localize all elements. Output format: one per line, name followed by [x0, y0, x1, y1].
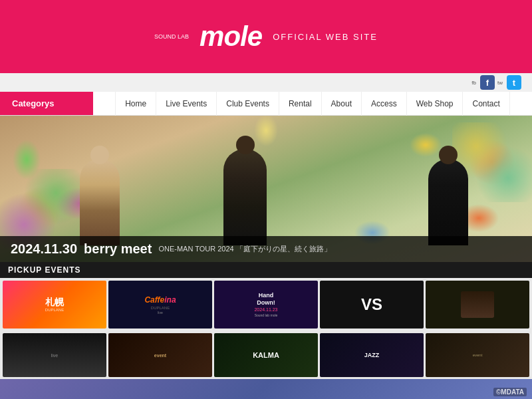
pickup-event-5[interactable]: [426, 281, 529, 329]
event5-visual: [461, 291, 494, 318]
nav-access[interactable]: Access: [362, 92, 407, 116]
mole-logo: mole: [200, 21, 262, 53]
nav-contact[interactable]: Contact: [463, 92, 509, 116]
vs-thumb: VS: [320, 281, 424, 329]
facebook-icon[interactable]: f: [480, 75, 495, 90]
logo-container: Sound Lab mole OFFICIAL WEB SITE: [154, 21, 378, 53]
banner-date: 2024.11.30: [11, 241, 77, 257]
nav-home[interactable]: Home: [115, 92, 156, 116]
page-wrapper: Sound Lab mole OFFICIAL WEB SITE fb f tw…: [0, 0, 532, 399]
handdown-title: HandDown!: [257, 292, 275, 307]
head-center: [236, 136, 255, 154]
twitter-icon[interactable]: t: [507, 75, 521, 90]
copyright-label: ©MDATA: [493, 388, 527, 396]
vs-text: VS: [361, 295, 382, 314]
person-right: [428, 159, 468, 245]
tw-prefix: tw: [497, 80, 503, 86]
nav-links: Home Live Events Club Events Rental Abou…: [93, 92, 532, 116]
pickup-grid: 札幌 DUPLANE Caffeina DUPLANE live HandDow…: [0, 278, 532, 331]
bottom-event-4[interactable]: JAZZ: [320, 333, 424, 377]
caffeina-title: Caffeina: [144, 295, 176, 305]
banner-artist: berry meet: [84, 241, 152, 257]
nav-about[interactable]: About: [322, 92, 362, 116]
head-left: [90, 146, 109, 164]
jazz-text: JAZZ: [364, 352, 380, 358]
caffeina-thumb: Caffeina DUPLANE live: [108, 281, 212, 329]
kalma-text: KALMA: [253, 351, 279, 359]
pickup-event-2[interactable]: Caffeina DUPLANE live: [108, 281, 212, 329]
nav-bar: Categorys Home Live Events Club Events R…: [0, 92, 532, 116]
caffeina-subtitle: live: [158, 311, 163, 315]
bottom-event-5[interactable]: event: [426, 333, 529, 377]
official-label: OFFICIAL WEB SITE: [273, 32, 378, 42]
bottom-events-row: live event KALMA JAZZ: [0, 331, 532, 379]
banner-event: ONE-MAN TOUR 2024 「庭下がりの星、続く旅路」: [158, 244, 331, 254]
pickup-header: PICKUP EVENTS: [0, 262, 532, 278]
nav-rental[interactable]: Rental: [279, 92, 322, 116]
pickup-event-3[interactable]: HandDown! 2024.11.23 Sound lab mole: [214, 281, 318, 329]
bevent1-text: live: [51, 353, 59, 358]
event5-thumb: [426, 281, 529, 329]
person-center: [223, 149, 267, 245]
nav-live-events[interactable]: Live Events: [156, 92, 217, 116]
social-bar: fb f tw t: [0, 73, 532, 92]
site-header: Sound Lab mole OFFICIAL WEB SITE: [0, 0, 532, 73]
event1-sub: DUPLANE: [45, 308, 64, 312]
bevent5-text: event: [473, 353, 483, 357]
pickup-event-4[interactable]: VS: [320, 281, 424, 329]
bottom-event-2[interactable]: event: [108, 333, 212, 377]
caffeina-tag: DUPLANE: [151, 306, 170, 310]
handdown-thumb: HandDown! 2024.11.23 Sound lab mole: [214, 281, 318, 329]
categorys-button[interactable]: Categorys: [0, 92, 93, 115]
main-caption: 2024.11.30 berry meet ONE-MAN TOUR 2024 …: [0, 236, 532, 262]
handdown-venue: Sound lab mole: [255, 313, 278, 317]
pickup-event-1[interactable]: 札幌 DUPLANE: [3, 281, 106, 329]
sound-lab-label: Sound Lab: [154, 33, 189, 41]
bottom-event-1[interactable]: live: [3, 333, 106, 377]
handdown-date: 2024.11.23: [254, 307, 277, 312]
fb-prefix: fb: [471, 80, 476, 86]
bottom-event-3[interactable]: KALMA: [214, 333, 318, 377]
nav-club-events[interactable]: Club Events: [217, 92, 279, 116]
event1-title: 札幌: [45, 297, 64, 307]
head-right: [439, 146, 458, 164]
pickup-section: PICKUP EVENTS 札幌 DUPLANE Caffeina DUPLAN…: [0, 262, 532, 379]
nav-web-shop[interactable]: Web Shop: [407, 92, 464, 116]
bevent2-text: event: [154, 353, 166, 358]
main-banner: 2024.11.30 berry meet ONE-MAN TOUR 2024 …: [0, 116, 532, 262]
person-left: [80, 159, 120, 245]
